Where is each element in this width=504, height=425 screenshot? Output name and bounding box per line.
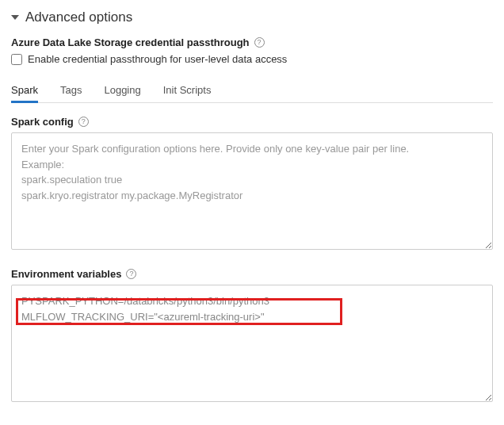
spark-config-textarea[interactable] [11, 132, 493, 250]
passthrough-label-row: Azure Data Lake Storage credential passt… [11, 36, 493, 48]
tab-logging[interactable]: Logging [104, 79, 151, 102]
spark-config-block: Spark config ? [11, 116, 493, 252]
advanced-options-title: Advanced options [25, 10, 132, 25]
help-icon[interactable]: ? [254, 37, 265, 48]
config-tabs: Spark Tags Logging Init Scripts [11, 79, 493, 103]
advanced-options-header[interactable]: Advanced options [11, 10, 493, 25]
caret-down-icon [11, 15, 19, 20]
help-icon[interactable]: ? [126, 269, 136, 279]
tab-tags[interactable]: Tags [60, 79, 93, 102]
passthrough-label: Azure Data Lake Storage credential passt… [11, 36, 250, 48]
spark-config-label: Spark config [11, 116, 74, 128]
passthrough-checkbox-row: Enable credential passthrough for user-l… [11, 53, 493, 65]
help-icon[interactable]: ? [78, 117, 89, 127]
tab-init-scripts[interactable]: Init Scripts [163, 79, 223, 102]
spark-config-label-row: Spark config ? [11, 116, 493, 128]
passthrough-checkbox[interactable] [11, 54, 22, 65]
passthrough-checkbox-label[interactable]: Enable credential passthrough for user-l… [28, 53, 287, 65]
env-vars-label-row: Environment variables ? [11, 268, 493, 280]
env-vars-textarea[interactable] [11, 285, 493, 402]
env-vars-label: Environment variables [11, 268, 121, 280]
tab-spark[interactable]: Spark [11, 79, 49, 102]
env-vars-block: Environment variables ? [11, 268, 493, 404]
